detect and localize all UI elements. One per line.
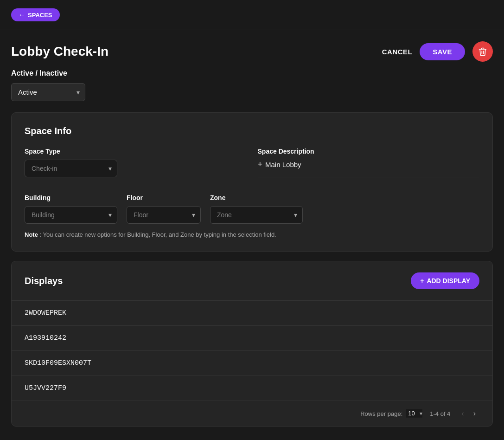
building-select-wrapper: Building [25,206,117,224]
add-display-icon: + [420,277,424,285]
top-bar: ← SPACES [0,0,504,30]
space-type-select[interactable]: Check-in [25,160,117,177]
floor-field: Floor Floor [127,194,201,224]
floor-select[interactable]: Floor [127,206,201,224]
add-display-label: ADD DISPLAY [427,277,470,285]
space-info-title: Space Info [25,126,479,136]
main-content: Active / Inactive Active Inactive Space … [0,69,504,440]
floor-select-wrapper: Floor [127,206,201,224]
space-type-label: Space Type [25,148,247,155]
pagination-info: 1-4 of 4 [430,410,450,417]
save-button[interactable]: SAVE [420,43,465,60]
display-row-3: SKD10F09ESXN007T [12,350,492,375]
space-type-select-wrapper: Check-in [25,160,117,177]
description-divider [258,177,480,177]
delete-button[interactable] [472,41,493,62]
rows-select-wrapper: 10 25 50 [406,409,422,418]
spaces-back-button[interactable]: ← SPACES [11,8,60,21]
note-text: Note : You can create new options for Bu… [25,231,479,238]
description-value: Main Lobby [265,161,301,168]
display-row-4: U5JVV227F9 [12,375,492,401]
header-actions: CANCEL SAVE [382,41,493,62]
rows-per-page-select[interactable]: 10 25 50 [406,409,422,418]
add-description-button[interactable]: + Main Lobby [258,160,480,169]
trash-icon [478,47,487,56]
status-select[interactable]: Active Inactive [11,83,85,101]
pagination-arrows: ‹ › [458,408,479,420]
right-column: Space Description + Main Lobby [258,148,480,185]
plus-icon: + [258,160,263,169]
zone-select-wrapper: Zone [210,206,303,224]
display-id-2: A193910242 [25,334,66,342]
page-title: Lobby Check-In [11,44,108,59]
floor-label: Floor [127,194,201,201]
zone-field: Zone Zone [210,194,303,224]
spaces-label: SPACES [28,12,52,19]
space-description-label: Space Description [258,148,480,155]
back-arrow-icon: ← [19,11,25,19]
cancel-button[interactable]: CANCEL [382,48,413,56]
status-label: Active / Inactive [11,69,493,78]
zone-select[interactable]: Zone [210,206,303,224]
building-field: Building Building [25,194,117,224]
displays-title: Displays [25,276,63,286]
table-footer: Rows per page: 10 25 50 1-4 of 4 ‹ › [12,401,492,426]
display-row-2: A193910242 [12,325,492,350]
page-header: Lobby Check-In CANCEL SAVE [0,30,504,69]
space-info-grid: Space Type Check-in Space Description + … [25,148,479,185]
status-section: Active / Inactive Active Inactive [11,69,493,101]
display-id-4: U5JVV227F9 [25,384,66,392]
zone-label: Zone [210,194,303,201]
rows-per-page-label: Rows per page: [360,410,402,417]
status-select-wrapper: Active Inactive [11,83,85,101]
location-row: Building Building Floor Floor Zone [25,194,479,224]
note-label: Note [25,231,38,238]
space-info-card: Space Info Space Type Check-in Space Des… [11,112,493,252]
displays-card: Displays + ADD DISPLAY 2WDOWEPREK A19391… [11,261,493,427]
pagination-next-button[interactable]: › [470,408,479,420]
add-display-button[interactable]: + ADD DISPLAY [411,272,479,289]
note-body: : You can create new options for Buildin… [40,231,276,238]
building-select[interactable]: Building [25,206,117,224]
building-label: Building [25,194,117,201]
rows-per-page-control: Rows per page: 10 25 50 [360,409,422,418]
display-id-1: 2WDOWEPREK [25,309,66,317]
display-row-1: 2WDOWEPREK [12,300,492,325]
pagination-prev-button[interactable]: ‹ [458,408,467,420]
display-id-3: SKD10F09ESXN007T [25,359,91,367]
left-column: Space Type Check-in [25,148,247,185]
displays-header: Displays + ADD DISPLAY [12,261,492,300]
